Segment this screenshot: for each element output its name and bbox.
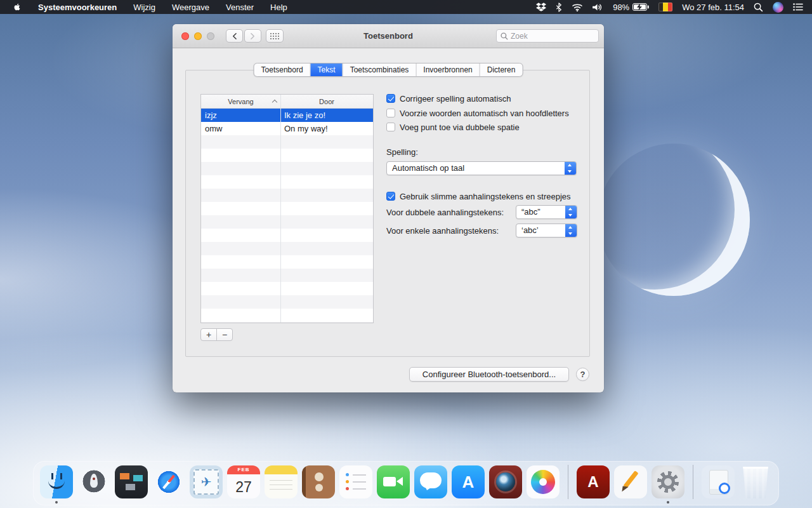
dock-icon-app-store[interactable]: A: [452, 465, 485, 498]
dock: FEB 27 A A: [33, 461, 779, 505]
dock-icon-photo-booth[interactable]: [489, 465, 522, 498]
minimize-button[interactable]: [194, 32, 202, 40]
dock-icon-pages[interactable]: [614, 465, 647, 498]
column-header-vervang[interactable]: Vervang: [201, 95, 280, 108]
dock-icon-reminders[interactable]: [339, 465, 372, 498]
single-quotes-label: Voor enkele aanhalingstekens:: [386, 226, 499, 236]
spelling-dropdown[interactable]: Automatisch op taal: [386, 161, 577, 175]
single-quotes-value: ‘abc’: [521, 224, 539, 237]
table-header: Vervang Door: [201, 95, 373, 109]
volume-icon[interactable]: [593, 3, 603, 11]
close-button[interactable]: [181, 32, 189, 40]
spelling-dropdown-value: Automatisch op taal: [392, 162, 464, 175]
tab-toetscombinaties[interactable]: Toetscombinaties: [343, 64, 417, 76]
zoom-button-disabled: [207, 32, 214, 40]
text-replacements-table[interactable]: Vervang Door izjz Ik zie je zo! omw On m…: [200, 94, 374, 323]
search-input[interactable]: [511, 32, 587, 41]
column-header-vervang-label: Vervang: [228, 98, 253, 105]
menu-bar: Systeemvoorkeuren Wijzig Weergave Venste…: [0, 0, 812, 14]
smart-quotes-checkbox[interactable]: [386, 192, 395, 201]
text-settings-panel: Vervang Door izjz Ik zie je zo! omw On m…: [185, 70, 590, 357]
dock-icon-mission-control[interactable]: [115, 465, 148, 498]
show-all-grid-button[interactable]: [266, 29, 284, 43]
desktop-wallpaper: Systeemvoorkeuren Wijzig Weergave Venste…: [0, 0, 812, 508]
dock-icon-acrobat-reader[interactable]: A: [577, 465, 610, 498]
search-field[interactable]: [496, 29, 599, 43]
dock-icon-contacts[interactable]: [302, 465, 335, 498]
forward-button[interactable]: [244, 29, 261, 43]
column-header-door[interactable]: Door: [280, 95, 373, 108]
auto-capitalize-checkbox[interactable]: [386, 109, 395, 117]
single-quotes-dropdown[interactable]: ‘abc’: [516, 224, 577, 237]
cell-replace: omw: [201, 122, 280, 135]
menu-weergave[interactable]: Weergave: [172, 3, 209, 12]
cell-with: On my way!: [280, 122, 373, 135]
add-replacement-button[interactable]: +: [200, 328, 217, 341]
dock-icon-messages[interactable]: [414, 465, 447, 498]
active-app-indicator: [55, 501, 58, 504]
calendar-day: 27: [227, 476, 260, 498]
notification-center-icon[interactable]: [793, 3, 803, 11]
dock-icon-downloads[interactable]: [702, 465, 735, 498]
double-quotes-value: “abc”: [521, 206, 540, 218]
dock-icon-calendar[interactable]: FEB 27: [227, 465, 260, 498]
window-titlebar[interactable]: Toetsenbord: [173, 24, 604, 48]
spotlight-icon[interactable]: [754, 3, 763, 12]
acrobat-letter: A: [587, 473, 598, 491]
tab-dicteren[interactable]: Dicteren: [480, 64, 523, 76]
dock-icon-safari[interactable]: [152, 465, 185, 498]
option-smart-quotes: Gebruik slimme aanhalingstekens en stree…: [386, 191, 571, 201]
app-store-letter: A: [462, 472, 475, 492]
cell-with: Ik zie je zo!: [280, 109, 373, 122]
cell-replace: izjz: [201, 109, 280, 122]
dropdown-stepper-icon: [565, 206, 577, 218]
add-remove-controls: + −: [200, 328, 233, 341]
spelling-label: Spelling:: [386, 147, 418, 157]
menu-venster[interactable]: Venster: [226, 3, 254, 12]
dock-icon-system-preferences[interactable]: [652, 465, 684, 498]
table-row-omw[interactable]: omw On my way!: [201, 122, 373, 135]
option-auto-capitalize: Voorzie woorden automatisch van hoofdlet…: [386, 108, 569, 118]
menu-help[interactable]: Help: [270, 3, 287, 12]
belgium-flag-icon[interactable]: [658, 3, 672, 11]
tab-invoerbronnen[interactable]: Invoerbronnen: [416, 64, 480, 76]
dock-icon-trash[interactable]: [739, 465, 772, 498]
dock-icon-finder[interactable]: [40, 465, 73, 498]
menu-app-name[interactable]: Systeemvoorkeuren: [38, 3, 117, 12]
correct-spelling-checkbox[interactable]: [386, 94, 395, 103]
search-icon: [501, 32, 508, 40]
menu-bar-clock[interactable]: Wo 27 feb. 11:54: [682, 3, 744, 12]
tab-tekst[interactable]: Tekst: [311, 64, 343, 76]
column-header-door-label: Door: [319, 98, 334, 105]
double-quotes-dropdown[interactable]: “abc”: [516, 205, 577, 219]
dropdown-stepper-icon: [565, 224, 577, 237]
dock-icon-notes[interactable]: [265, 465, 298, 498]
dock-icon-facetime[interactable]: [377, 465, 410, 498]
dock-divider: [693, 465, 693, 499]
battery-charging-icon: [632, 3, 649, 11]
siri-icon[interactable]: [773, 2, 783, 13]
dock-icon-mail[interactable]: [190, 465, 223, 498]
menu-wijzig[interactable]: Wijzig: [133, 3, 155, 12]
column-divider: [280, 95, 281, 323]
correct-spelling-label: Corrigeer spelling automatisch: [400, 94, 511, 104]
tab-toetsenbord[interactable]: Toetsenbord: [254, 64, 311, 76]
dock-icon-launchpad[interactable]: [77, 465, 110, 498]
apple-menu-icon[interactable]: [13, 2, 22, 12]
table-row-izjz[interactable]: izjz Ik zie je zo!: [201, 109, 373, 122]
double-space-period-checkbox[interactable]: [386, 123, 395, 131]
auto-capitalize-label: Voorzie woorden automatisch van hoofdlet…: [400, 109, 569, 118]
back-button[interactable]: [226, 29, 243, 43]
battery-status[interactable]: 98%: [613, 3, 649, 12]
wifi-icon[interactable]: [572, 3, 583, 11]
remove-replacement-button[interactable]: −: [216, 328, 233, 341]
battery-percent: 98%: [613, 3, 629, 12]
dock-icon-photos[interactable]: [527, 465, 560, 498]
configure-bluetooth-keyboard-button[interactable]: Configureer Bluetooth-toetsenbord...: [409, 367, 569, 382]
bluetooth-icon[interactable]: [556, 3, 562, 12]
sort-ascending-icon: [272, 100, 277, 105]
help-button[interactable]: ?: [576, 368, 589, 381]
moon: [598, 144, 750, 296]
dropbox-icon[interactable]: [536, 3, 546, 11]
double-space-period-label: Voeg punt toe via dubbele spatie: [400, 123, 520, 132]
